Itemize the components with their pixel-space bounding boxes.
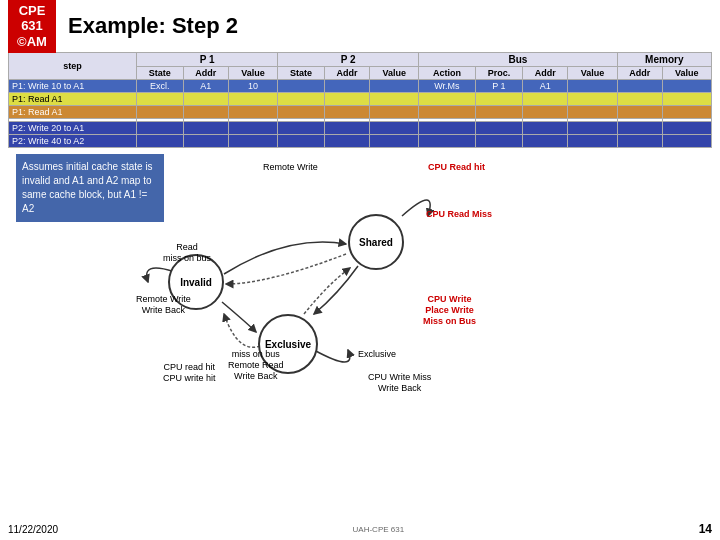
col-bus-header: Bus — [419, 53, 617, 67]
th-p1-addr: Addr — [183, 67, 228, 80]
table-cell — [419, 106, 475, 119]
table-cell — [568, 80, 617, 93]
label-read-miss-on-bus: Readmiss on bus — [163, 242, 211, 264]
col-mem-header: Memory — [617, 53, 711, 67]
th-bus-addr: Addr — [523, 67, 568, 80]
table-cell — [568, 135, 617, 148]
table-row: P1: Write 10 to A1Excl.A110Wr.MsP 1A1 — [9, 80, 712, 93]
th-bus-value: Value — [568, 67, 617, 80]
th-p2-value: Value — [370, 67, 419, 80]
table-cell — [278, 122, 325, 135]
logo-line2: 631 — [21, 18, 43, 33]
table-cell — [617, 93, 662, 106]
table-cell — [228, 93, 277, 106]
page-title: Example: Step 2 — [68, 13, 238, 39]
diagram: Assumes initial cache state is invalid a… — [8, 154, 712, 394]
table-area: step P 1 P 2 Bus Memory State Addr Value… — [0, 52, 720, 148]
label-exclusive-self: Exclusive — [358, 349, 396, 360]
th-p1-state: State — [136, 67, 183, 80]
col-p2-header: P 2 — [278, 53, 419, 67]
date-label: 11/22/2020 — [8, 524, 58, 535]
table-row: P1: Read A1 — [9, 106, 712, 119]
table-cell — [475, 93, 523, 106]
table-cell — [662, 93, 711, 106]
table-cell: A1 — [523, 80, 568, 93]
table-cell — [617, 106, 662, 119]
table-cell — [183, 106, 228, 119]
table-cell — [419, 122, 475, 135]
table-cell: P2: Write 40 to A2 — [9, 135, 137, 148]
table-cell — [370, 93, 419, 106]
label-remote-write-top: Remote Write — [263, 162, 318, 173]
table-cell — [523, 93, 568, 106]
page-number: 14 — [699, 522, 712, 536]
table-row: P1: Read A1 — [9, 93, 712, 106]
table-cell — [370, 106, 419, 119]
table-cell: P2: Write 20 to A1 — [9, 122, 137, 135]
table-cell: A1 — [183, 80, 228, 93]
table-cell — [183, 135, 228, 148]
table-cell: P1: Read A1 — [9, 106, 137, 119]
table-row: P2: Write 20 to A1 — [9, 122, 712, 135]
footer: 11/22/2020 UAH-CPE 631 14 — [8, 522, 712, 536]
table-cell: P 1 — [475, 80, 523, 93]
col-step: step — [9, 53, 137, 80]
table-cell — [475, 122, 523, 135]
table-cell — [617, 135, 662, 148]
table-cell — [324, 80, 369, 93]
node-shared: Shared — [348, 214, 404, 270]
table-cell — [324, 135, 369, 148]
col-p1-header: P 1 — [136, 53, 277, 67]
label-cpu-write-place: CPU WritePlace WriteMiss on Bus — [423, 294, 476, 326]
table-cell — [136, 122, 183, 135]
table-cell — [475, 106, 523, 119]
th-bus-proc: Proc. — [475, 67, 523, 80]
th-p1-value: Value — [228, 67, 277, 80]
label-cpu-read-miss: CPU Read Miss — [426, 209, 492, 220]
table-cell: P1: Write 10 to A1 — [9, 80, 137, 93]
table-cell — [324, 122, 369, 135]
left-text-content: Assumes initial cache state is invalid a… — [22, 161, 153, 214]
table-cell — [419, 93, 475, 106]
logo: CPE 631 ©AM — [8, 0, 56, 53]
table-cell — [475, 135, 523, 148]
label-remote-write-wb: Remote WriteWrite Back — [136, 294, 191, 316]
table-cell — [278, 135, 325, 148]
table-cell — [136, 135, 183, 148]
th-bus-action: Action — [419, 67, 475, 80]
table-cell — [278, 106, 325, 119]
label-miss-on-bus-etc: miss on busRemote ReadWrite Back — [228, 349, 284, 381]
logo-line1: CPE — [19, 3, 46, 18]
table-cell: P1: Read A1 — [9, 93, 137, 106]
table-body: P1: Write 10 to A1Excl.A110Wr.MsP 1A1P1:… — [9, 80, 712, 148]
table-cell — [662, 106, 711, 119]
table-cell — [324, 93, 369, 106]
table-cell — [662, 80, 711, 93]
table-cell — [183, 93, 228, 106]
table-cell — [523, 106, 568, 119]
table-cell — [568, 122, 617, 135]
header: CPE 631 ©AM Example: Step 2 — [0, 0, 720, 52]
table-cell — [136, 106, 183, 119]
table-cell: 10 — [228, 80, 277, 93]
table-cell: Wr.Ms — [419, 80, 475, 93]
table-cell — [370, 122, 419, 135]
label-cpu-read-hit: CPU Read hit — [428, 162, 485, 173]
table-cell — [523, 135, 568, 148]
logo-line3: ©AM — [17, 34, 47, 49]
table-cell — [183, 122, 228, 135]
label-cpu-read-write-hit: CPU read hitCPU write hit — [163, 362, 216, 384]
table-cell — [617, 122, 662, 135]
th-mem-addr: Addr — [617, 67, 662, 80]
table-cell: Excl. — [136, 80, 183, 93]
main-table: step P 1 P 2 Bus Memory State Addr Value… — [8, 52, 712, 148]
table-cell — [228, 122, 277, 135]
table-cell — [617, 80, 662, 93]
table-cell — [278, 80, 325, 93]
table-cell — [523, 122, 568, 135]
left-text-box: Assumes initial cache state is invalid a… — [16, 154, 164, 222]
table-cell — [370, 80, 419, 93]
table-cell — [568, 93, 617, 106]
th-p2-addr: Addr — [324, 67, 369, 80]
table-cell — [228, 106, 277, 119]
